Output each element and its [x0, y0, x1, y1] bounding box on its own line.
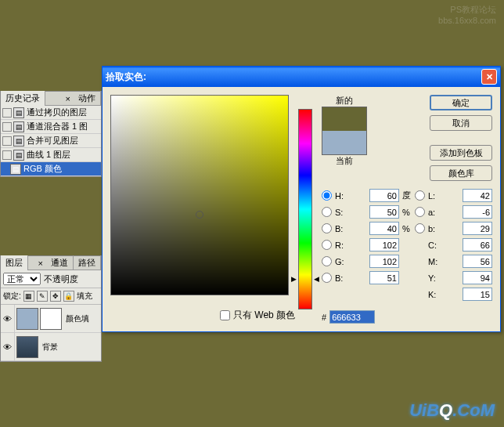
color-swatch	[322, 107, 367, 155]
radio-b2[interactable]	[415, 223, 425, 233]
history-panel: 历史记录 × 动作 ▤通过拷贝的图层 ▤通道混合器 1 图 ▤合并可见图层 ▤曲…	[0, 91, 102, 177]
tab-channels[interactable]: 通道	[46, 255, 74, 270]
current-color-label: 当前	[322, 155, 367, 167]
tab-layers[interactable]: 图层	[1, 255, 28, 270]
tab-close-icon[interactable]: ×	[63, 94, 74, 103]
radio-r[interactable]	[322, 240, 332, 250]
radio-g[interactable]	[322, 256, 332, 266]
history-item[interactable]: ▤合并可见图层	[1, 134, 101, 148]
lock-pixels-icon[interactable]: ✎	[37, 291, 48, 302]
input-bv[interactable]	[369, 222, 399, 235]
input-s[interactable]	[369, 205, 399, 219]
history-item[interactable]: ▤通过拷贝的图层	[1, 106, 101, 120]
layer-row[interactable]: 👁 背景	[1, 333, 101, 361]
lock-label: 锁定:	[3, 291, 21, 302]
new-color-swatch	[322, 107, 366, 131]
layer-name: 背景	[40, 342, 58, 353]
visibility-icon[interactable]: 👁	[3, 314, 12, 324]
input-bb[interactable]	[369, 271, 399, 284]
tab-actions[interactable]: 动作	[74, 91, 101, 106]
layers-tabs: 图层 × 通道 路径	[1, 256, 101, 270]
dialog-title: 拾取实色:	[106, 71, 146, 84]
layer-row[interactable]: 👁 颜色填	[1, 305, 101, 333]
layers-panel: 图层 × 通道 路径 正常 不透明度 锁定: ▦ ✎ ✥ 🔒 填充 👁 颜色填 …	[0, 255, 102, 362]
color-marker[interactable]	[196, 211, 203, 219]
fill-label: 填充	[77, 291, 92, 302]
radio-s[interactable]	[322, 207, 332, 217]
input-l[interactable]	[463, 189, 492, 202]
layer-icon: ▤	[10, 164, 21, 175]
visibility-icon[interactable]: 👁	[3, 342, 12, 352]
watermark-top: PS教程论坛 bbs.16xx8.com	[438, 4, 496, 26]
hue-slider[interactable]	[298, 109, 312, 309]
input-y[interactable]	[463, 271, 492, 284]
layer-name: 颜色填	[63, 313, 89, 324]
color-picker-dialog: 拾取实色: ✕ 新的 当前 确定	[102, 66, 501, 332]
input-k[interactable]	[463, 288, 492, 301]
hex-label: #	[322, 313, 326, 322]
input-c[interactable]	[463, 238, 492, 251]
layer-icon: ▤	[13, 150, 24, 161]
close-icon[interactable]: ✕	[481, 69, 497, 85]
web-only-input[interactable]	[220, 310, 230, 320]
current-color-swatch[interactable]	[322, 131, 366, 154]
radio-h[interactable]	[322, 190, 332, 201]
input-m[interactable]	[463, 255, 492, 268]
color-field[interactable]	[110, 95, 289, 295]
layer-mask-thumbnail[interactable]	[40, 308, 62, 330]
history-item[interactable]: ▤曲线 1 图层	[1, 148, 101, 162]
input-b2[interactable]	[463, 222, 492, 235]
add-swatch-button[interactable]: 添加到色板	[430, 145, 492, 161]
input-hex[interactable]	[329, 310, 375, 324]
radio-a[interactable]	[415, 207, 425, 217]
input-g[interactable]	[369, 255, 399, 268]
layer-thumbnail[interactable]	[16, 308, 38, 330]
lock-position-icon[interactable]: ✥	[50, 291, 61, 302]
new-color-label: 新的	[322, 95, 367, 107]
input-h[interactable]	[369, 189, 399, 202]
web-only-checkbox[interactable]: 只有 Web 颜色	[220, 309, 295, 322]
dialog-titlebar[interactable]: 拾取实色: ✕	[103, 67, 500, 87]
radio-l[interactable]	[415, 190, 425, 201]
history-item-selected[interactable]: ▶▤RGB 颜色	[1, 162, 101, 176]
tab-paths[interactable]: 路径	[74, 255, 101, 270]
layer-icon: ▤	[13, 107, 24, 118]
lock-all-icon[interactable]: 🔒	[63, 291, 74, 302]
layer-icon: ▤	[13, 136, 24, 147]
blend-mode-select[interactable]: 正常	[3, 273, 41, 285]
color-values-grid: H:度 L: S:% a: B:% b: R: C: G: M: B: Y: K…	[322, 189, 492, 301]
lock-transparent-icon[interactable]: ▦	[23, 291, 34, 302]
opacity-label: 不透明度	[44, 273, 78, 285]
radio-bb[interactable]	[322, 273, 332, 283]
layer-icon: ▤	[13, 121, 24, 132]
layer-thumbnail[interactable]	[16, 336, 38, 358]
tab-history[interactable]: 历史记录	[1, 91, 45, 106]
history-tabs: 历史记录 × 动作	[1, 92, 101, 106]
color-library-button[interactable]: 颜色库	[430, 165, 492, 181]
tab-close-icon[interactable]: ×	[35, 259, 46, 268]
input-a[interactable]	[463, 205, 492, 219]
watermark-bottom: UiBQ.CoM	[409, 400, 495, 421]
history-item[interactable]: ▤通道混合器 1 图	[1, 120, 101, 134]
ok-button[interactable]: 确定	[430, 95, 492, 110]
radio-b[interactable]	[322, 223, 332, 233]
input-r[interactable]	[369, 238, 399, 251]
cancel-button[interactable]: 取消	[430, 115, 492, 131]
current-step-icon: ▶	[2, 164, 9, 174]
